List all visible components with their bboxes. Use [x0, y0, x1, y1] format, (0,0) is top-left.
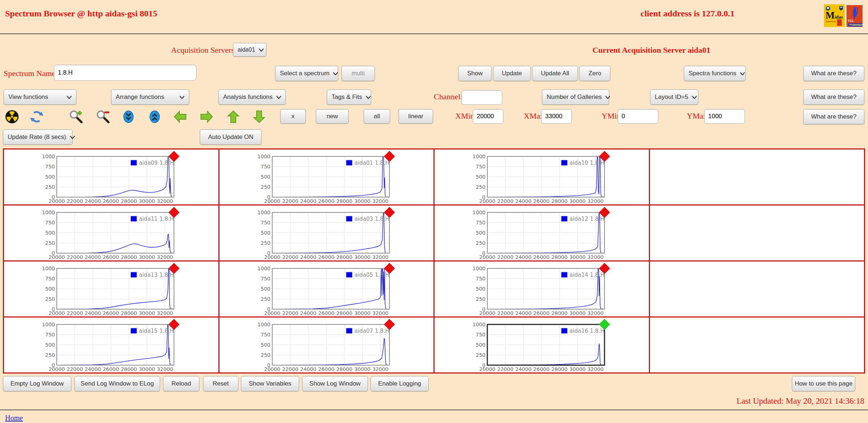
svg-text:24000: 24000	[85, 310, 101, 316]
svg-text:26000: 26000	[103, 366, 119, 372]
svg-text:28000: 28000	[121, 254, 137, 260]
svg-text:750: 750	[261, 276, 270, 282]
show-log-window-button[interactable]: Show Log Window	[302, 376, 368, 391]
update-button[interactable]: Update	[493, 66, 531, 81]
xmax-input[interactable]	[541, 109, 572, 124]
svg-text:750: 750	[45, 276, 55, 282]
what-are-these-button-3[interactable]: What are these?	[803, 109, 864, 124]
send-log-to-elog-button[interactable]: Send Log Window to ELog	[74, 376, 160, 391]
spectra-functions-dropdown[interactable]: Spectra functions	[684, 66, 746, 81]
legend-swatch	[346, 272, 352, 278]
arrow-down-icon[interactable]	[251, 109, 267, 124]
what-are-these-button-2[interactable]: What are these?	[803, 89, 864, 105]
analysis-functions-dropdown[interactable]: Analysis functions	[218, 89, 286, 105]
zoom-out-icon[interactable]	[95, 109, 111, 124]
spectrum-chart[interactable]: 0250500750100020000220002400026000280003…	[255, 206, 398, 260]
chevron-down-icon	[179, 96, 185, 99]
ymax-input[interactable]	[704, 109, 745, 124]
arrow-left-icon[interactable]	[173, 109, 188, 124]
xmin-label: XMin	[455, 111, 475, 121]
svg-text:28000: 28000	[336, 254, 353, 260]
channel-input[interactable]	[461, 90, 502, 105]
gallery-cell: 0250500750100020000220002400026000280003…	[434, 261, 650, 317]
update-rate-dropdown[interactable]: Update Rate (8 secs)	[3, 129, 72, 145]
gallery-cell: 0250500750100020000220002400026000280003…	[219, 317, 434, 373]
reset-button[interactable]: Reset	[203, 376, 238, 391]
number-of-galleries-dropdown[interactable]: Number of Galleries	[542, 89, 609, 105]
arrow-up-icon[interactable]	[226, 109, 241, 124]
home-link[interactable]: Home	[5, 414, 23, 422]
auto-update-button[interactable]: Auto Update ON	[200, 129, 262, 145]
header-divider	[0, 33, 868, 34]
enable-logging-button[interactable]: Enable Logging	[370, 376, 429, 391]
spectrum-chart[interactable]: 0250500750100020000220002400026000280003…	[255, 318, 398, 372]
reload-button[interactable]: Reload	[163, 376, 199, 391]
acquisition-server-select[interactable]: aida01	[233, 43, 266, 57]
scroll-up-icon[interactable]	[147, 109, 162, 124]
what-are-these-button-1[interactable]: What are these?	[803, 66, 864, 81]
show-button[interactable]: Show	[458, 66, 492, 81]
svg-text:750: 750	[476, 332, 486, 338]
layout-id-dropdown[interactable]: Layout ID=5	[650, 89, 698, 105]
zoom-in-icon[interactable]	[68, 109, 84, 124]
ymin-input[interactable]	[618, 109, 658, 124]
svg-text:20000: 20000	[479, 310, 496, 316]
svg-text:32000: 32000	[587, 198, 604, 204]
spectrum-chart[interactable]: 0250500750100020000220002400026000280003…	[40, 150, 182, 204]
scroll-down-icon[interactable]	[121, 109, 136, 124]
legend-swatch	[131, 272, 137, 278]
spectrum-plot: 0250500750100020000220002400026000280003…	[40, 262, 182, 316]
svg-text:24000: 24000	[85, 254, 101, 260]
spectrum-name-input[interactable]	[54, 65, 197, 81]
view-functions-dropdown[interactable]: View functions	[4, 89, 76, 105]
last-updated-text: Last Updated: May 20, 2021 14:36:18	[737, 396, 864, 406]
xmin-input[interactable]	[473, 109, 503, 124]
arrange-functions-dropdown[interactable]: Arrange functions	[111, 89, 189, 105]
svg-text:500: 500	[45, 230, 55, 236]
spectrum-plot: 0250500750100020000220002400026000280003…	[255, 150, 398, 204]
spectrum-chart[interactable]: 0250500750100020000220002400026000280003…	[470, 262, 613, 316]
legend-label: aida14 1.8.H	[570, 272, 605, 278]
svg-text:24000: 24000	[515, 310, 532, 316]
svg-text:250: 250	[45, 184, 55, 190]
svg-text:26000: 26000	[534, 254, 550, 260]
select-spectrum-dropdown[interactable]: Select a spectrum	[275, 66, 338, 81]
linear-button[interactable]: linear	[399, 109, 433, 124]
page-title: Spectrum Browser @ http aidas-gsi 8015	[5, 9, 157, 19]
footer-divider	[0, 410, 868, 410]
spectrum-chart[interactable]: 0250500750100020000220002400026000280003…	[255, 150, 398, 204]
spectrum-chart[interactable]: 0250500750100020000220002400026000280003…	[470, 318, 613, 372]
arrow-right-icon[interactable]	[199, 109, 214, 124]
empty-log-window-button[interactable]: Empty Log Window	[3, 376, 71, 391]
show-variables-button[interactable]: Show Variables	[241, 376, 299, 391]
spectrum-chart[interactable]: 0250500750100020000220002400026000280003…	[40, 206, 182, 260]
how-to-use-button[interactable]: How to use this page	[792, 376, 855, 391]
spectrum-chart[interactable]: 0250500750100020000220002400026000280003…	[40, 318, 182, 372]
refresh-icon[interactable]	[29, 109, 44, 124]
svg-text:32000: 32000	[157, 310, 173, 316]
update-all-button[interactable]: Update All	[532, 66, 578, 81]
svg-text:22000: 22000	[498, 366, 514, 372]
x-button[interactable]: x	[280, 109, 306, 124]
legend-swatch	[561, 328, 567, 334]
svg-text:250: 250	[476, 240, 486, 246]
svg-text:750: 750	[261, 164, 270, 169]
svg-text:250: 250	[45, 352, 55, 358]
radiation-icon[interactable]	[4, 109, 20, 124]
svg-text:32000: 32000	[372, 198, 389, 204]
spectrum-plot: 0250500750100020000220002400026000280003…	[255, 262, 398, 316]
spectrum-plot: 0250500750100020000220002400026000280003…	[470, 318, 613, 372]
gallery-cell: 0250500750100020000220002400026000280003…	[219, 149, 434, 205]
new-button[interactable]: new	[316, 109, 349, 124]
multi-button[interactable]: multi	[341, 66, 375, 81]
chevron-down-icon	[276, 96, 281, 99]
spectrum-chart[interactable]: 0250500750100020000220002400026000280003…	[40, 262, 182, 316]
gallery-cell	[649, 205, 865, 261]
all-button[interactable]: all	[364, 109, 390, 124]
spectrum-chart[interactable]: 0250500750100020000220002400026000280003…	[470, 206, 613, 260]
zero-button[interactable]: Zero	[579, 66, 610, 81]
spectrum-chart[interactable]: 0250500750100020000220002400026000280003…	[470, 150, 613, 204]
tags-fits-dropdown[interactable]: Tags & Fits	[327, 89, 371, 105]
svg-text:20000: 20000	[264, 310, 280, 316]
spectrum-chart[interactable]: 0250500750100020000220002400026000280003…	[255, 262, 398, 316]
